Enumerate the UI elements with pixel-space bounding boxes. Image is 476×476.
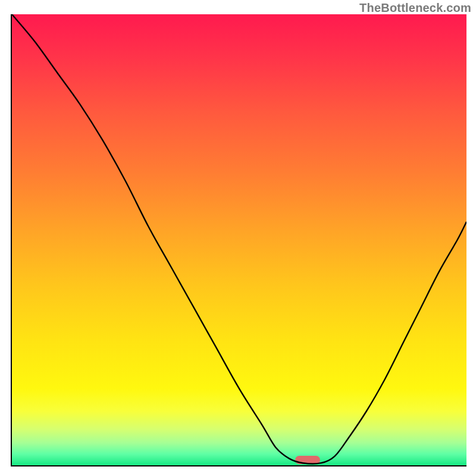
chart-container: TheBottleneck.com bbox=[0, 0, 476, 476]
watermark-text: TheBottleneck.com bbox=[359, 1, 471, 15]
plot-area bbox=[11, 14, 466, 466]
bottleneck-curve bbox=[12, 14, 466, 465]
